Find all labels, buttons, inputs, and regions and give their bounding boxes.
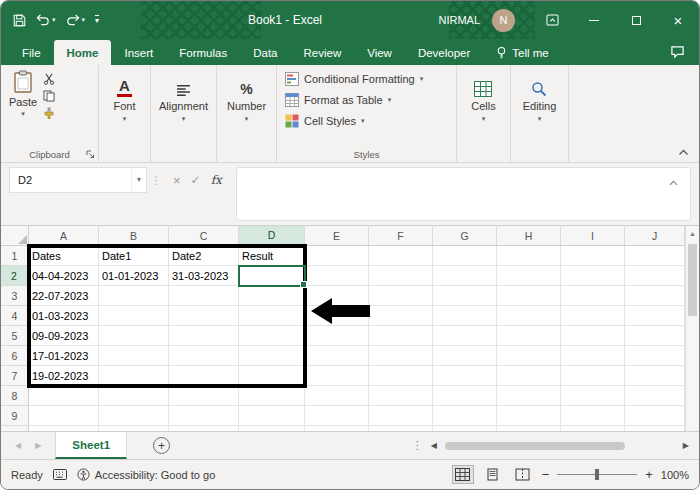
cell-I7[interactable]: [561, 366, 625, 386]
cell-F3[interactable]: [369, 286, 433, 306]
cell-J4[interactable]: [625, 306, 685, 326]
cell-H3[interactable]: [497, 286, 561, 306]
cell-B6[interactable]: [99, 346, 169, 366]
tab-home[interactable]: Home: [54, 40, 112, 65]
scroll-right-icon[interactable]: ▶: [683, 441, 689, 450]
cell-B2[interactable]: 01-01-2023: [99, 266, 169, 286]
column-header-G[interactable]: G: [433, 226, 497, 246]
cell-H10[interactable]: [497, 426, 561, 431]
cell-F2[interactable]: [369, 266, 433, 286]
cell-J5[interactable]: [625, 326, 685, 346]
cell-D3[interactable]: [239, 286, 305, 306]
cell-F6[interactable]: [369, 346, 433, 366]
account-avatar[interactable]: N: [492, 9, 515, 32]
cell-B10[interactable]: [99, 426, 169, 431]
undo-dropdown-icon[interactable]: ▾: [52, 16, 56, 24]
cell-G8[interactable]: [433, 386, 497, 406]
expand-formula-bar-icon[interactable]: [669, 180, 678, 186]
cell-C2[interactable]: 31-03-2023: [169, 266, 239, 286]
zoom-out-button[interactable]: −: [542, 467, 550, 482]
copy-icon[interactable]: [43, 90, 55, 102]
cell-I3[interactable]: [561, 286, 625, 306]
previous-sheet-icon[interactable]: ◀: [15, 441, 21, 450]
cell-A8[interactable]: [29, 386, 99, 406]
cell-D5[interactable]: [239, 326, 305, 346]
cell-C1[interactable]: Date2: [169, 246, 239, 266]
cell-I1[interactable]: [561, 246, 625, 266]
cell-B9[interactable]: [99, 406, 169, 426]
insert-function-icon[interactable]: fx: [211, 173, 222, 187]
format-painter-icon[interactable]: [43, 107, 55, 119]
cell-F4[interactable]: [369, 306, 433, 326]
row-header-1[interactable]: 1: [1, 246, 29, 266]
vertical-scrollbar[interactable]: ▲: [685, 226, 699, 431]
font-button[interactable]: A Font ▾: [113, 73, 135, 162]
cell-G3[interactable]: [433, 286, 497, 306]
row-header-3[interactable]: 3: [1, 286, 29, 306]
zoom-in-button[interactable]: +: [645, 467, 653, 482]
cell-H7[interactable]: [497, 366, 561, 386]
comments-button[interactable]: [670, 45, 685, 59]
cell-I6[interactable]: [561, 346, 625, 366]
cell-F1[interactable]: [369, 246, 433, 266]
select-all-button[interactable]: [1, 226, 29, 246]
tab-insert[interactable]: Insert: [111, 40, 166, 65]
cell-H1[interactable]: [497, 246, 561, 266]
paste-button[interactable]: Paste ▾: [9, 70, 37, 146]
column-header-A[interactable]: A: [29, 226, 99, 246]
name-box-dropdown-icon[interactable]: ▾: [131, 168, 146, 192]
row-header-4[interactable]: 4: [1, 306, 29, 326]
column-header-J[interactable]: J: [625, 226, 685, 246]
cell-I8[interactable]: [561, 386, 625, 406]
cut-icon[interactable]: [43, 73, 55, 85]
cell-H5[interactable]: [497, 326, 561, 346]
cell-G1[interactable]: [433, 246, 497, 266]
cell-C8[interactable]: [169, 386, 239, 406]
cell-J2[interactable]: [625, 266, 685, 286]
alignment-button[interactable]: Alignment ▾: [159, 73, 208, 162]
cell-J1[interactable]: [625, 246, 685, 266]
cell-C5[interactable]: [169, 326, 239, 346]
cell-A9[interactable]: [29, 406, 99, 426]
zoom-slider[interactable]: [557, 469, 637, 480]
cell-I10[interactable]: [561, 426, 625, 431]
cell-A7[interactable]: 19-02-2023: [29, 366, 99, 386]
cell-D9[interactable]: [239, 406, 305, 426]
cell-E6[interactable]: [305, 346, 369, 366]
close-button[interactable]: ×: [657, 1, 699, 39]
cell-H8[interactable]: [497, 386, 561, 406]
minimize-button[interactable]: [573, 1, 615, 39]
scroll-left-icon[interactable]: ◀: [431, 441, 437, 450]
cell-H4[interactable]: [497, 306, 561, 326]
redo-dropdown-icon[interactable]: ▾: [82, 16, 86, 24]
column-header-H[interactable]: H: [497, 226, 561, 246]
undo-button[interactable]: ▾: [36, 14, 56, 26]
cell-J7[interactable]: [625, 366, 685, 386]
cell-J6[interactable]: [625, 346, 685, 366]
save-icon[interactable]: [13, 14, 26, 27]
cell-A1[interactable]: Dates: [29, 246, 99, 266]
cell-E10[interactable]: [305, 426, 369, 431]
cell-H6[interactable]: [497, 346, 561, 366]
scrollbar-divider[interactable]: ⋮: [412, 439, 423, 452]
name-box[interactable]: D2 ▾: [9, 167, 147, 193]
column-header-D[interactable]: D: [239, 226, 305, 246]
cell-J10[interactable]: [625, 426, 685, 431]
cell-C4[interactable]: [169, 306, 239, 326]
cell-F10[interactable]: [369, 426, 433, 431]
cell-G7[interactable]: [433, 366, 497, 386]
formula-input[interactable]: [236, 167, 691, 221]
format-as-table-button[interactable]: Format as Table ▾: [285, 90, 448, 110]
tab-data[interactable]: Data: [240, 40, 290, 65]
cell-B7[interactable]: [99, 366, 169, 386]
horizontal-scrollbar-thumb[interactable]: [445, 442, 625, 450]
cell-A2[interactable]: 04-04-2023: [29, 266, 99, 286]
ribbon-display-options-button[interactable]: [531, 1, 573, 39]
accessibility-status[interactable]: Accessibility: Good to go: [77, 468, 215, 481]
cell-D2[interactable]: [239, 266, 305, 286]
clipboard-dialog-launcher-icon[interactable]: [86, 150, 95, 159]
cell-A3[interactable]: 22-07-2023: [29, 286, 99, 306]
cell-J9[interactable]: [625, 406, 685, 426]
macro-recording-icon[interactable]: [53, 469, 67, 480]
row-header-7[interactable]: 7: [1, 366, 29, 386]
